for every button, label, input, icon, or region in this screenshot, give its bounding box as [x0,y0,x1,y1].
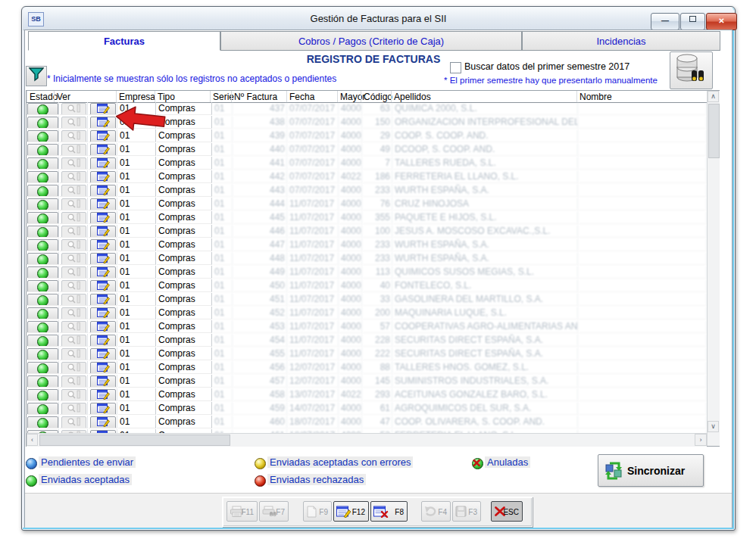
column-header[interactable]: Ver [57,92,70,102]
apellidos-cell: SECURITAS DIRECT ESPAÑA, S.A. [393,347,578,360]
green-led-icon [37,295,48,306]
estado-status-button[interactable] [27,403,58,415]
apellidos-cell: QUIMICA 2000, S.L. [393,102,578,115]
edit-invoice-button[interactable] [90,348,116,360]
scroll-down-button[interactable]: ∨ [708,421,719,432]
edit-invoice-button[interactable] [90,198,116,210]
search-database-button[interactable] [670,51,713,89]
edit-invoice-button[interactable] [90,253,116,265]
filter-button[interactable] [26,66,47,86]
yellow-led-icon [255,458,266,469]
estado-status-button[interactable] [27,103,58,115]
fecha-cell: 11/07/2017 [288,279,339,292]
factura-cell: 442 [233,170,287,183]
horizontal-scrollbar[interactable]: ‹ › [27,433,707,447]
toolbar-button-f8[interactable]: F8 [370,501,408,522]
note-right: * El primer semestre hay que presentarlo… [444,76,658,85]
edit-invoice-button[interactable] [90,239,116,251]
first-semester-checkbox[interactable] [450,62,461,73]
estado-status-button[interactable] [27,389,58,401]
toolbar-button-esc[interactable]: ESC [491,501,523,522]
estado-status-button[interactable] [27,294,58,306]
column-header[interactable]: Fecha [289,92,314,102]
edit-invoice-button[interactable] [90,321,116,333]
edit-invoice-button[interactable] [90,389,116,401]
fecha-cell: 07/07/2017 [288,143,339,156]
view-invoice-button [61,266,86,279]
edit-invoice-button[interactable] [90,103,116,115]
scroll-up-button[interactable]: ∧ [708,91,719,102]
estado-status-button[interactable] [27,171,58,183]
scroll-left-button[interactable]: ‹ [27,434,38,446]
estado-status-button[interactable] [27,307,58,319]
minimize-button[interactable]: — [651,13,679,30]
factura-cell: 454 [233,334,287,347]
tab-facturas[interactable]: Facturas [28,31,220,51]
estado-status-button[interactable] [27,335,58,347]
table-rows: 01Compras0143707/07/2017400063QUIMICA 20… [27,102,707,433]
ver-cell [60,416,88,428]
estado-cell [27,225,59,238]
edit-invoice-button[interactable] [90,185,116,197]
edit-invoice-button[interactable] [90,362,116,374]
factura-cell: 443 [233,184,287,197]
estado-status-button[interactable] [27,226,58,238]
column-header[interactable]: Código [364,92,392,102]
horizontal-scroll-thumb[interactable] [39,435,230,446]
edit-invoice-button[interactable] [90,157,116,170]
column-header[interactable]: Empresa [119,92,155,102]
edit-invoice-button[interactable] [90,266,116,279]
edit-invoice-button[interactable] [90,294,116,306]
estado-status-button[interactable] [27,198,58,210]
estado-status-button[interactable] [27,253,58,265]
estado-status-button[interactable] [27,416,58,428]
sync-button[interactable]: Sincronizar [598,454,704,487]
estado-status-button[interactable] [27,144,58,156]
estado-status-button[interactable] [27,239,58,251]
edit-invoice-button[interactable] [90,416,116,428]
edit-invoice-button[interactable] [90,144,116,156]
vertical-scroll-thumb[interactable] [708,104,720,158]
estado-status-button[interactable] [27,348,58,360]
estado-status-button[interactable] [27,212,58,224]
title-bar[interactable]: SB Gestión de Facturas para el SII — ✕ [23,8,734,30]
tab-cobros-pagos-criterio-de-caja[interactable]: Cobros / Pagos (Criterio de Caja) [220,31,522,51]
edit-invoice-button[interactable] [90,171,116,183]
vertical-scrollbar[interactable]: ∧ ∨ [707,91,720,446]
column-header[interactable]: Mayor [340,92,365,102]
fecha-cell: 11/07/2017 [288,252,339,265]
nombre-cell [579,347,707,360]
estado-status-button[interactable] [27,280,58,292]
edit-cell [89,184,117,197]
estado-status-button[interactable] [27,117,58,129]
estado-status-button[interactable] [27,185,58,197]
estado-status-button[interactable] [27,157,58,170]
column-header[interactable]: Apellidos [394,92,431,102]
scroll-right-button[interactable]: › [695,434,707,446]
edit-invoice-button[interactable] [90,130,116,142]
edit-invoice-button[interactable] [90,117,116,129]
estado-status-button[interactable] [27,362,58,374]
estado-status-button[interactable] [27,130,58,142]
edit-invoice-button[interactable] [90,212,116,224]
edit-invoice-button[interactable] [90,375,116,388]
edit-invoice-button[interactable] [90,226,116,238]
edit-invoice-button[interactable] [90,403,116,415]
toolbar-button-f12[interactable]: F12 [333,501,369,522]
tab-incidencias[interactable]: Incidencias [522,31,720,51]
restore-button[interactable] [680,13,705,30]
column-header[interactable]: Tipo [158,92,175,102]
estado-status-button[interactable] [27,266,58,279]
edit-invoice-button[interactable] [90,307,116,319]
estado-status-button[interactable] [27,321,58,333]
estado-cell [27,416,59,428]
column-header[interactable]: Nombre [579,92,612,102]
edit-invoice-button[interactable] [90,335,116,347]
ver-cell [60,388,88,401]
header-grid-line [286,91,287,102]
edit-invoice-button[interactable] [90,280,116,292]
column-header[interactable]: Nº Factura [234,92,277,102]
estado-status-button[interactable] [27,375,58,388]
apellidos-cell: FERRETERIA EL LLANO, S.L. [393,170,578,183]
close-button[interactable]: ✕ [706,13,737,30]
